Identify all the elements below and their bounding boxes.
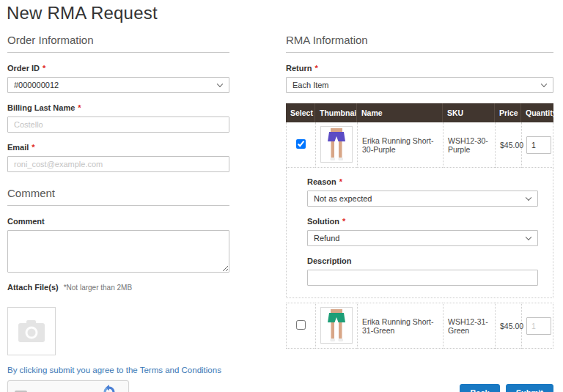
section-heading-order-information: Order Information — [7, 34, 229, 53]
reason-select-wrap: Not as expected — [307, 191, 538, 207]
rma-items-table: Select Thumbnail Name SKU Price Quantity — [286, 103, 553, 349]
section-heading-comment: Comment — [7, 187, 229, 206]
comment-field: Comment — [7, 217, 229, 273]
terms-and-conditions-link[interactable]: By clicking submit you agree to the Term… — [7, 366, 229, 374]
header-select: Select — [286, 103, 315, 122]
file-upload-box[interactable] — [7, 307, 56, 355]
return-field: Return * Each Item — [286, 64, 553, 93]
item-name: Erika Running Short-30-Purple — [357, 122, 443, 168]
page-title: New RMA Request — [7, 3, 158, 23]
quantity-cell — [521, 303, 553, 349]
select-cell — [286, 122, 315, 168]
table-row-item-2: Erika Running Short-31-Green WSH12-31-Gr… — [286, 303, 553, 349]
rma-information-column: RMA Information Return * Each Item Selec… — [286, 34, 553, 392]
return-label: Return * — [286, 64, 553, 73]
email-label: Email * — [7, 143, 229, 152]
email-label-text: Email — [7, 143, 29, 152]
header-thumbnail: Thumbnail — [315, 103, 357, 122]
order-information-column: Order Information Order ID * #000000012 … — [7, 34, 229, 392]
item-sku: WSH12-30-Purple — [443, 122, 495, 168]
quantity-cell — [521, 122, 553, 168]
thumbnail-cell — [315, 122, 357, 168]
new-rma-request-page: New RMA Request Order Information Order … — [0, 0, 563, 392]
table-header-row: Select Thumbnail Name SKU Price Quantity — [286, 103, 553, 122]
order-id-label: Order ID * — [7, 64, 229, 73]
product-thumbnail — [320, 307, 353, 344]
email-input[interactable] — [7, 156, 229, 172]
item-name: Erika Running Short-31-Green — [357, 303, 443, 349]
billing-last-name-field: Billing Last Name * — [7, 103, 229, 133]
order-id-select[interactable]: #000000012 — [7, 77, 229, 93]
return-select[interactable]: Each Item — [286, 77, 553, 93]
required-asterisk: * — [78, 103, 81, 112]
comment-label: Comment — [7, 217, 229, 226]
form-actions: Back Submit — [286, 384, 553, 392]
item-details-cell: Reason * Not as expected — [286, 168, 553, 298]
required-asterisk: * — [314, 64, 317, 73]
section-heading-rma-information: RMA Information — [286, 34, 553, 53]
header-price: Price — [495, 103, 521, 122]
reason-select[interactable]: Not as expected — [307, 191, 538, 207]
quantity-input[interactable] — [526, 136, 551, 154]
required-asterisk: * — [32, 143, 34, 152]
item-price: $45.00 — [495, 303, 521, 349]
item-price: $45.00 — [495, 122, 521, 168]
billing-last-name-label-text: Billing Last Name — [7, 103, 75, 112]
reason-label: Reason * — [307, 177, 538, 186]
description-input[interactable] — [307, 270, 538, 286]
recaptcha-icon — [102, 385, 117, 392]
item-sku: WSH12-31-Green — [443, 303, 495, 349]
order-id-label-text: Order ID — [7, 64, 40, 73]
attach-files-row: Attach File(s) *Not larger than 2MB — [7, 283, 229, 292]
solution-label: Solution * — [307, 217, 538, 226]
return-select-wrap: Each Item — [286, 77, 553, 93]
reason-label-text: Reason — [307, 177, 336, 186]
header-quantity: Quantity — [521, 103, 553, 122]
header-sku: SKU — [443, 103, 495, 122]
solution-field: Solution * Refund — [307, 217, 538, 246]
quantity-input[interactable] — [526, 317, 551, 335]
billing-last-name-input[interactable] — [7, 117, 229, 133]
return-label-text: Return — [286, 64, 312, 73]
required-asterisk: * — [339, 177, 342, 186]
camera-icon — [18, 320, 45, 342]
description-field: Description — [307, 256, 538, 286]
thumbnail-cell — [315, 303, 357, 349]
select-item-checkbox[interactable] — [296, 320, 306, 330]
required-asterisk: * — [342, 217, 345, 226]
recaptcha-widget: I'm not a robot reCAPTCHA Privacy - Term… — [7, 380, 129, 392]
solution-label-text: Solution — [307, 217, 339, 226]
description-label-text: Description — [307, 256, 352, 265]
select-cell — [286, 303, 315, 349]
order-id-select-wrap: #000000012 — [7, 77, 229, 93]
solution-select-wrap: Refund — [307, 230, 538, 246]
attach-files-note: *Not larger than 2MB — [64, 284, 132, 292]
attach-files-label: Attach File(s) — [7, 283, 59, 292]
required-asterisk: * — [43, 64, 45, 73]
order-id-field: Order ID * #000000012 — [7, 64, 229, 93]
select-item-checkbox[interactable] — [296, 139, 306, 149]
header-name: Name — [357, 103, 443, 122]
billing-last-name-label: Billing Last Name * — [7, 103, 229, 112]
product-thumbnail — [320, 126, 353, 163]
submit-button[interactable]: Submit — [506, 384, 553, 392]
item-details-row: Reason * Not as expected — [286, 168, 553, 298]
email-field: Email * — [7, 143, 229, 172]
description-label: Description — [307, 256, 538, 265]
back-button[interactable]: Back — [460, 384, 499, 392]
solution-select[interactable]: Refund — [307, 230, 538, 246]
comment-textarea[interactable] — [7, 230, 229, 273]
table-row-item-1: Erika Running Short-30-Purple WSH12-30-P… — [286, 122, 553, 168]
recaptcha-branding: reCAPTCHA Privacy - Terms — [95, 385, 123, 392]
reason-field: Reason * Not as expected — [307, 177, 538, 207]
comment-label-text: Comment — [7, 217, 45, 226]
